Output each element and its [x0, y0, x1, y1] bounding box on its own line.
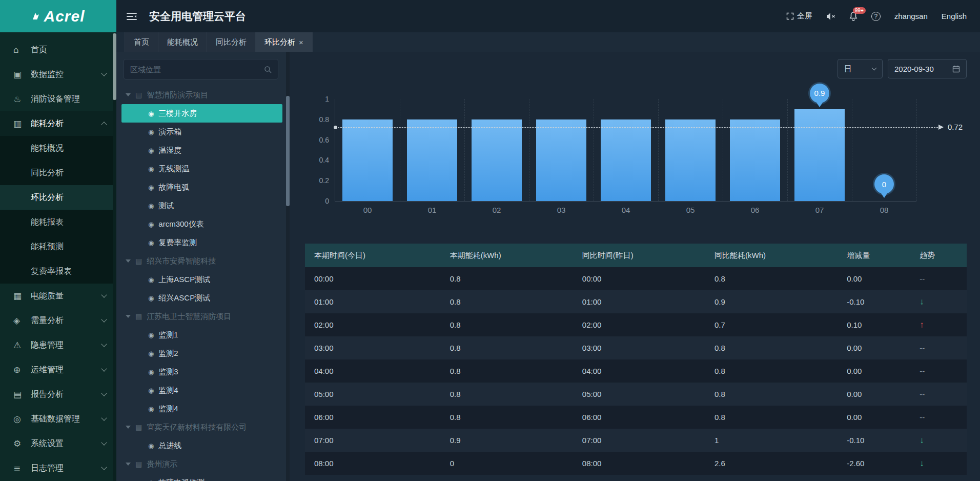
table-row[interactable]: 08:00008:002.6-2.60↓ [305, 452, 967, 475]
table-row[interactable]: 02:000.802:000.70.10↑ [305, 313, 967, 336]
y-axis-label: 0 [303, 196, 329, 206]
tree-group[interactable]: ▤智慧消防演示项目 [116, 86, 290, 104]
hazard-management-icon: ⚠ [13, 340, 26, 350]
help-button[interactable]: ? [871, 12, 881, 21]
table-cell: -0.10 [838, 429, 910, 452]
trend-cell: ↓ [910, 429, 967, 452]
tree-item[interactable]: ◉故障电弧 [116, 178, 290, 196]
table-row[interactable]: 05:000.805:000.80.00-- [305, 383, 967, 406]
sidebar-subitem[interactable]: 能耗概况 [0, 136, 116, 161]
chart-bar[interactable] [342, 119, 393, 201]
chart-bar[interactable] [730, 119, 780, 201]
chart-bar[interactable] [407, 119, 457, 201]
tree-item[interactable]: ◉复费率监测 [116, 233, 290, 252]
sidebar-item[interactable]: ◈需量分析 [0, 308, 116, 333]
sidebar-item[interactable]: ♨消防设备管理 [0, 87, 116, 111]
chart-bar[interactable] [794, 109, 845, 201]
tree-group[interactable]: ▤贵州演示 [116, 455, 290, 473]
x-axis-label: 05 [658, 206, 723, 214]
trend-cell: -- [910, 267, 967, 290]
sidebar-item[interactable]: ⌂首页 [0, 37, 116, 62]
username[interactable]: zhangsan [894, 12, 928, 21]
tab[interactable]: 能耗概况 [158, 32, 207, 52]
period-select[interactable]: 日 [838, 59, 883, 78]
chart-gridline [464, 99, 465, 201]
search-icon[interactable] [264, 66, 272, 73]
chart-bar[interactable] [601, 119, 651, 201]
tree-item[interactable]: ◉三楼开水房 [121, 104, 282, 123]
language-switch[interactable]: English [942, 12, 967, 21]
tab-label: 首页 [134, 37, 149, 47]
table-row[interactable]: 00:000.800:000.80.00-- [305, 267, 967, 290]
tree-group[interactable]: ▤绍兴市安舜智能科技 [116, 252, 290, 270]
chart-bar[interactable] [472, 119, 522, 201]
tree-item[interactable]: ◉监测4 [116, 381, 290, 399]
base-data-icon: ◎ [13, 414, 26, 424]
sidebar-item[interactable]: ⊕运维管理 [0, 357, 116, 382]
header: 安全用电管理云平台 全屏 99+ [116, 0, 980, 32]
comparison-table: 本期时间(今日)本期能耗(kWh)同比时间(昨日)同比能耗(kWh)增减量趋势 … [305, 244, 967, 475]
sidebar-scrollbar[interactable] [113, 32, 116, 481]
building-icon: ▤ [135, 312, 142, 320]
tree-item-label: arcm300仪表 [158, 219, 203, 229]
tree-item[interactable]: ◉无线测温 [116, 159, 290, 178]
sidebar-subitem[interactable]: 同比分析 [0, 161, 116, 185]
sidebar-item[interactable]: ▦电能质量 [0, 284, 116, 308]
tree-scrollbar[interactable] [286, 52, 290, 481]
sidebar-item[interactable]: ⚠隐患管理 [0, 333, 116, 357]
sidebar-item[interactable]: ▣数据监控 [0, 62, 116, 87]
table-row[interactable]: 03:000.803:000.80.00-- [305, 336, 967, 359]
tree-item[interactable]: ◉故障电弧监测 [116, 473, 290, 481]
tree-item[interactable]: ◉上海ASCP测试 [116, 270, 290, 289]
sidebar-subitem[interactable]: 复费率报表 [0, 259, 116, 284]
table-row[interactable]: 07:000.907:001-0.10↓ [305, 429, 967, 452]
tree-item[interactable]: ◉总进线 [116, 436, 290, 455]
tree-item[interactable]: ◉监测1 [116, 326, 290, 344]
mute-button[interactable] [826, 12, 835, 21]
tree-item[interactable]: ◉监测2 [116, 344, 290, 363]
tab[interactable]: 环比分析× [256, 32, 313, 52]
report-analysis-icon: ▤ [13, 389, 26, 399]
tree-item[interactable]: ◉测试 [116, 196, 290, 215]
sidebar-item[interactable]: ▤报告分析 [0, 382, 116, 407]
tab[interactable]: 同比分析 [207, 32, 256, 52]
chart-bar[interactable] [536, 119, 586, 201]
collapse-sidebar-icon[interactable] [127, 12, 137, 21]
sidebar-scrollbar-thumb[interactable] [113, 33, 116, 100]
tree-item[interactable]: ◉温湿度 [116, 141, 290, 159]
fullscreen-button[interactable]: 全屏 [786, 11, 812, 21]
table-cell: 0.8 [705, 267, 838, 290]
demand-analysis-icon: ◈ [13, 315, 26, 326]
sidebar-item-label: 数据监控 [31, 69, 102, 80]
close-icon[interactable]: × [299, 38, 303, 47]
sidebar-item[interactable]: ⚙系统设置 [0, 431, 116, 456]
sidebar-subitem[interactable]: 环比分析 [0, 185, 116, 210]
sidebar-item[interactable]: ≡日志管理 [0, 456, 116, 480]
tree-item[interactable]: ◉监测3 [116, 363, 290, 381]
chart-bar[interactable] [665, 119, 716, 201]
sidebar-item[interactable]: ◎基础数据管理 [0, 407, 116, 431]
table-cell: 06:00 [573, 406, 705, 429]
sidebar-subitem[interactable]: 能耗报表 [0, 210, 116, 234]
tree-item[interactable]: ◉arcm300仪表 [116, 215, 290, 233]
notifications-button[interactable]: 99+ [849, 12, 858, 21]
table-row[interactable]: 04:000.804:000.80.00-- [305, 359, 967, 383]
table-row[interactable]: 01:000.801:000.9-0.10↓ [305, 290, 967, 313]
tree-scrollbar-thumb[interactable] [286, 96, 290, 206]
reference-line-dot [334, 126, 337, 129]
tree-item[interactable]: ◉监测4 [116, 399, 290, 418]
sidebar-item[interactable]: ▥能耗分析 [0, 111, 116, 136]
tree-item[interactable]: ◉演示箱 [116, 123, 290, 141]
tab[interactable]: 首页 [125, 32, 158, 52]
date-picker[interactable]: 2020-09-30 [888, 59, 967, 78]
search-input[interactable] [130, 65, 264, 74]
tree-group[interactable]: ▤宜宾天亿新材料科技有限公司 [116, 418, 290, 436]
x-axis-label: 00 [335, 206, 400, 214]
sidebar-subitem[interactable]: 能耗预测 [0, 234, 116, 259]
tree-item[interactable]: ◉绍兴ASCP测试 [116, 289, 290, 307]
device-icon: ◉ [148, 442, 154, 450]
table-row[interactable]: 06:000.806:000.80.00-- [305, 406, 967, 429]
tree-group-label: 绍兴市安舜智能科技 [147, 256, 216, 266]
trend-flat-label: -- [920, 413, 925, 422]
tree-group[interactable]: ▤江苏电卫士智慧消防项目 [116, 307, 290, 326]
